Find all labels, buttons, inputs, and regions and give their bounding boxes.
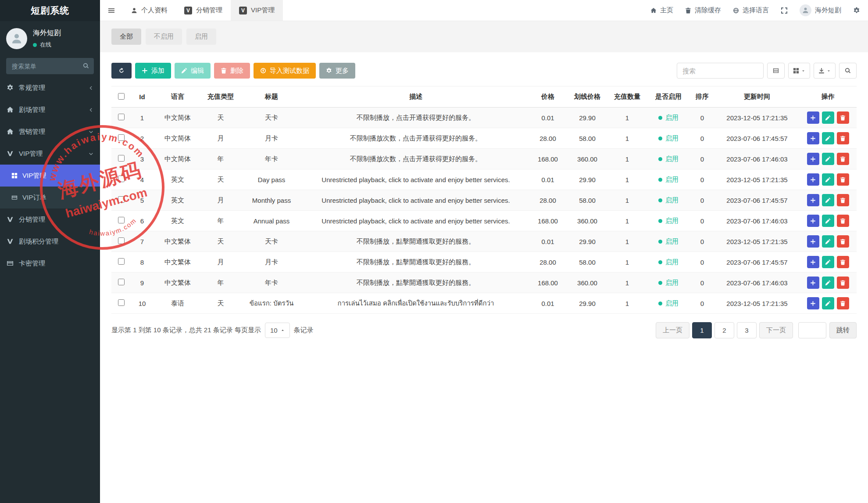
row-checkbox[interactable]: [118, 114, 125, 120]
row-edit-button[interactable]: [822, 111, 834, 124]
row-checkbox[interactable]: [118, 176, 125, 182]
row-add-button[interactable]: [807, 173, 819, 186]
search-toggle-button[interactable]: [839, 63, 857, 79]
menu-search-input[interactable]: [6, 58, 94, 74]
edit-button[interactable]: 编辑: [175, 63, 211, 79]
next-page-button[interactable]: 下一页: [759, 322, 793, 338]
row-add-button[interactable]: [807, 153, 819, 165]
sidebar-subitem-vip-manage[interactable]: VIP管理: [0, 165, 100, 187]
topbar-tab-distribution[interactable]: V分销管理: [176, 0, 231, 21]
row-edit-button[interactable]: [822, 194, 834, 206]
row-add-button[interactable]: [807, 215, 819, 227]
table-search-input[interactable]: [677, 63, 764, 79]
sidebar-item-vip[interactable]: VIP管理: [0, 143, 100, 165]
fullscreen-button[interactable]: [781, 7, 788, 14]
column-header-6[interactable]: 划线价格: [568, 86, 607, 108]
sidebar-toggle-button[interactable]: [100, 0, 123, 21]
home-link[interactable]: 主页: [650, 6, 673, 14]
topbar-tab-vip[interactable]: VVIP管理: [231, 0, 283, 21]
refresh-button[interactable]: [111, 63, 132, 79]
language-link[interactable]: 选择语言: [733, 6, 769, 14]
row-checkbox[interactable]: [118, 299, 125, 306]
trash-icon: [840, 218, 846, 224]
sidebar-item-theater[interactable]: 剧场管理: [0, 99, 100, 121]
row-delete-button[interactable]: [837, 111, 849, 124]
row-add-button[interactable]: [807, 256, 819, 268]
topbar-tab-profile[interactable]: 个人资料: [123, 0, 176, 21]
sidebar-item-distribution[interactable]: 分销管理: [0, 208, 100, 230]
row-delete-button[interactable]: [837, 235, 849, 248]
row-edit-button[interactable]: [822, 132, 834, 144]
sidebar-subitem-vip-orders[interactable]: VIP订单: [0, 187, 100, 208]
columns-button[interactable]: [788, 63, 810, 79]
filter-tab-disabled[interactable]: 不启用: [146, 29, 182, 45]
page-button-3[interactable]: 3: [737, 322, 757, 338]
page-size-select[interactable]: 10: [265, 323, 290, 338]
row-add-button[interactable]: [807, 132, 819, 144]
row-delete-button[interactable]: [837, 173, 849, 186]
row-delete-button[interactable]: [837, 132, 849, 144]
row-edit-button[interactable]: [822, 235, 834, 248]
column-header-11[interactable]: 操作: [799, 86, 857, 108]
column-header-1[interactable]: 语言: [154, 86, 202, 108]
row-add-button[interactable]: [807, 277, 819, 289]
filter-tab-enabled[interactable]: 启用: [186, 29, 216, 45]
row-edit-button[interactable]: [822, 215, 834, 227]
column-header-2[interactable]: 充值类型: [202, 86, 239, 108]
row-add-button[interactable]: [807, 111, 819, 124]
clear-cache-link[interactable]: 清除缓存: [685, 6, 721, 14]
user-menu[interactable]: 海外短剧: [800, 4, 841, 16]
filter-tab-all[interactable]: 全部: [111, 29, 141, 45]
row-edit-button[interactable]: [822, 153, 834, 165]
column-header-0[interactable]: Id: [131, 86, 154, 108]
cell-type: 年: [202, 273, 239, 293]
prev-page-button[interactable]: 上一页: [656, 322, 689, 338]
row-edit-button[interactable]: [822, 173, 834, 186]
row-checkbox[interactable]: [118, 134, 125, 141]
grid-icon: [793, 68, 799, 74]
sidebar-item-cardkey[interactable]: 卡密管理: [0, 252, 100, 274]
row-delete-button[interactable]: [837, 215, 849, 227]
column-header-3[interactable]: 标题: [239, 86, 304, 108]
select-all-checkbox[interactable]: [118, 93, 125, 100]
jump-button[interactable]: 跳转: [829, 322, 857, 338]
jump-page-input[interactable]: [798, 322, 826, 338]
sidebar-item-points[interactable]: 剧场积分管理: [0, 230, 100, 252]
column-header-9[interactable]: 排序: [689, 86, 715, 108]
row-edit-button[interactable]: [822, 297, 834, 309]
row-edit-button[interactable]: [822, 256, 834, 268]
column-header-8[interactable]: 是否启用: [647, 86, 689, 108]
row-delete-button[interactable]: [837, 277, 849, 289]
row-delete-button[interactable]: [837, 256, 849, 268]
row-edit-button[interactable]: [822, 277, 834, 289]
import-button[interactable]: 导入测试数据: [254, 63, 316, 79]
column-header-10[interactable]: 更新时间: [715, 86, 799, 108]
row-delete-button[interactable]: [837, 297, 849, 309]
column-header-5[interactable]: 价格: [528, 86, 568, 108]
sidebar-item-marketing[interactable]: 营销管理: [0, 121, 100, 143]
row-add-button[interactable]: [807, 194, 819, 206]
row-add-button[interactable]: [807, 235, 819, 248]
row-checkbox[interactable]: [118, 237, 125, 244]
page-button-1[interactable]: 1: [692, 322, 712, 338]
view-toggle-button[interactable]: [767, 63, 785, 79]
export-button[interactable]: [814, 63, 836, 79]
status-badge: 启用: [658, 114, 679, 122]
home-icon: [650, 7, 657, 14]
sidebar-item-general[interactable]: 常规管理: [0, 77, 100, 99]
row-delete-button[interactable]: [837, 153, 849, 165]
row-add-button[interactable]: [807, 297, 819, 309]
row-delete-button[interactable]: [837, 194, 849, 206]
delete-button[interactable]: 删除: [214, 63, 250, 79]
more-button[interactable]: 更多: [319, 63, 355, 79]
row-checkbox[interactable]: [118, 258, 125, 265]
add-button[interactable]: 添加: [135, 63, 171, 79]
column-header-4[interactable]: 描述: [304, 86, 528, 108]
page-button-2[interactable]: 2: [714, 322, 734, 338]
row-checkbox[interactable]: [118, 279, 125, 285]
row-checkbox[interactable]: [118, 217, 125, 223]
column-header-7[interactable]: 充值数量: [607, 86, 647, 108]
row-checkbox[interactable]: [118, 196, 125, 203]
settings-button[interactable]: [853, 7, 860, 14]
row-checkbox[interactable]: [118, 155, 125, 162]
